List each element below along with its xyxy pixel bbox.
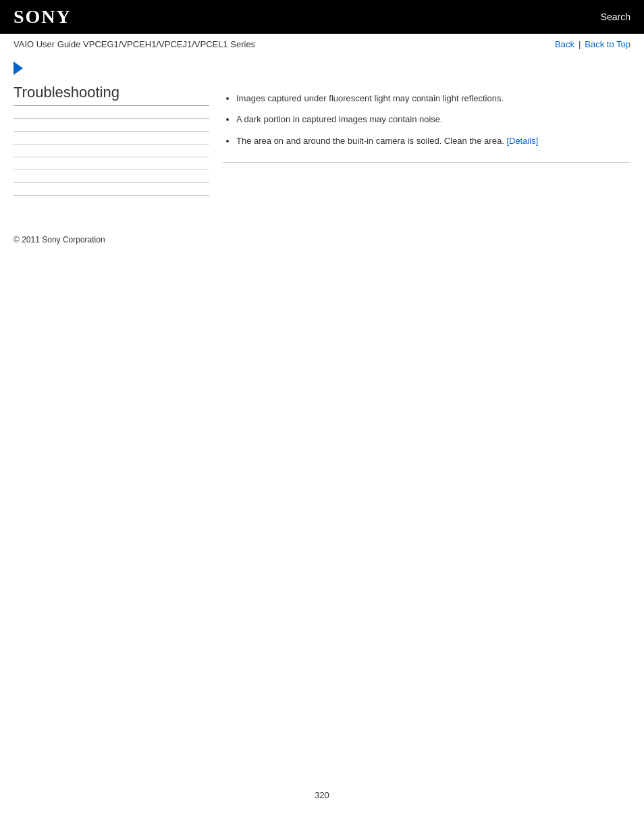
back-to-top-link[interactable]: Back to Top (585, 39, 630, 49)
sony-logo: SONY (14, 6, 72, 28)
page-title: VAIO User Guide VPCEG1/VPCEH1/VPCEJ1/VPC… (14, 39, 255, 49)
sidebar-divider-5 (14, 170, 209, 170)
search-button[interactable]: Search (601, 11, 630, 22)
sidebar-divider-7 (14, 195, 209, 196)
list-item: A dark portion in captured images may co… (236, 111, 630, 127)
bullet-text-2: A dark portion in captured images may co… (236, 114, 443, 124)
nav-separator: | (579, 39, 581, 49)
details-link[interactable]: [Details] (506, 136, 538, 146)
page-number: 320 (0, 777, 644, 814)
header: SONY Search (0, 0, 644, 34)
sidebar-divider-3 (14, 144, 209, 145)
nav-bar: VAIO User Guide VPCEG1/VPCEH1/VPCEJ1/VPC… (0, 34, 644, 55)
sidebar-divider-4 (14, 157, 209, 157)
footer-copyright: © 2011 Sony Corporation (0, 221, 644, 258)
bullet-list: Images captured under fluorescent light … (223, 90, 630, 149)
nav-links: Back | Back to Top (555, 39, 630, 49)
sidebar: Troubleshooting (14, 84, 209, 208)
bullet-text-3: The area on and around the built-in came… (236, 136, 504, 146)
main-content: Images captured under fluorescent light … (223, 84, 630, 208)
list-item: Images captured under fluorescent light … (236, 90, 630, 106)
sidebar-divider-2 (14, 131, 209, 132)
chevron-area (0, 55, 644, 77)
list-item: The area on and around the built-in came… (236, 133, 630, 149)
sidebar-title: Troubleshooting (14, 84, 209, 106)
copyright-text: © 2011 Sony Corporation (14, 235, 105, 244)
content-wrapper: Troubleshooting Images captured under fl… (0, 77, 644, 221)
chevron-right-icon (14, 61, 23, 75)
sidebar-divider-6 (14, 182, 209, 183)
back-link[interactable]: Back (555, 39, 574, 49)
sidebar-divider-1 (14, 118, 209, 119)
main-divider (223, 162, 630, 163)
bullet-text-1: Images captured under fluorescent light … (236, 93, 504, 103)
